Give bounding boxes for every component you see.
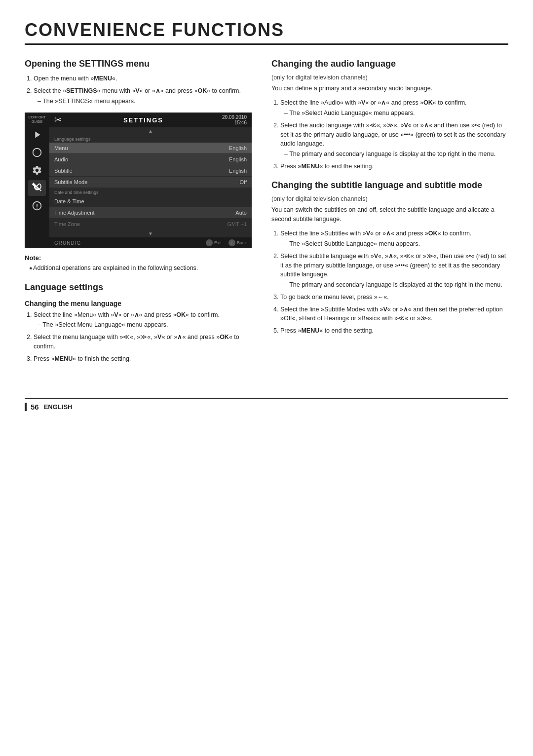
step-select-settings-note: – The »SETTINGS« menu appears. bbox=[34, 97, 252, 106]
tv-back-btn: ← Back bbox=[228, 239, 247, 246]
sidebar-label: COMFORTGUIDE bbox=[28, 115, 45, 124]
tv-row-menu: Menu English bbox=[49, 143, 252, 154]
subtitle-lang-note: (only for digital television channels) bbox=[271, 195, 508, 202]
tv-exit-btn: ⊙ Exit bbox=[206, 239, 222, 246]
section-language-settings-title: Language settings bbox=[25, 282, 252, 293]
subtitle-step-3: To go back one menu level, press »←«. bbox=[280, 293, 508, 302]
menu-language-steps: Select the line »Menu« with »V« or »∧« a… bbox=[25, 310, 252, 364]
subtitle-step-2: Select the subtitle language with »V«, »… bbox=[280, 252, 508, 290]
tv-row-subtitle-mode: Subtitle Mode Off bbox=[49, 177, 252, 188]
sidebar-icon-camera bbox=[28, 145, 46, 160]
tv-footer-buttons: ⊙ Exit ← Back bbox=[206, 239, 247, 246]
tv-section-datetime: Date and time settings bbox=[49, 188, 252, 196]
bottom-lang: English bbox=[44, 403, 73, 411]
tv-scroll-up: ▲ bbox=[49, 127, 252, 135]
audio-step-2-sub: – The primary and secondary language is … bbox=[280, 150, 508, 159]
audio-lang-intro: You can define a primary and a secondary… bbox=[271, 84, 508, 93]
sub-title-menu-language: Changing the menu language bbox=[25, 300, 252, 307]
subtitle-step-1-sub: – The »Select Subtitle Language« menu ap… bbox=[280, 239, 508, 249]
tv-scroll-down: ▼ bbox=[49, 230, 252, 237]
sidebar-icon-play bbox=[28, 127, 46, 143]
tv-section-language: Language settings bbox=[49, 135, 252, 143]
step-open-menu: Open the menu with »MENU«. bbox=[34, 74, 252, 83]
tv-footer: GRUNDIG ⊙ Exit ← Back bbox=[49, 237, 252, 248]
left-column: Opening the SETTINGS menu Open the menu … bbox=[25, 59, 252, 368]
tv-datetime: 20.09.2010 15:46 bbox=[222, 114, 247, 125]
subtitle-step-2-sub: – The primary and secondary language is … bbox=[280, 280, 508, 290]
opening-settings-steps: Open the menu with »MENU«. Select the »S… bbox=[25, 74, 252, 106]
page-title: CONVENIENCE FUNCTIONS bbox=[25, 20, 508, 45]
section-opening-settings-title: Opening the SETTINGS menu bbox=[25, 59, 252, 69]
bottom-bar: 56 English bbox=[25, 398, 508, 411]
subtitle-lang-intro: You can switch the subtitles on and off,… bbox=[271, 205, 508, 225]
tv-menu-title: SETTINGS bbox=[65, 116, 222, 124]
tv-row-audio: Audio English bbox=[49, 154, 252, 165]
audio-step-1: Select the line »Audio« with »V« or »∧« … bbox=[280, 98, 508, 118]
tv-content: ✂ SETTINGS 20.09.2010 15:46 ▲ Language s… bbox=[49, 113, 252, 248]
subtitle-step-1: Select the line »Subtitle« with »V« or »… bbox=[280, 229, 508, 249]
section-subtitle-language-title: Changing the subtitle language and subti… bbox=[271, 180, 508, 190]
subtitle-language-steps: Select the line »Subtitle« with »V« or »… bbox=[271, 229, 508, 336]
step-select-menu: Select the line »Menu« with »V« or »∧« a… bbox=[34, 310, 252, 330]
right-column: Changing the audio language (only for di… bbox=[271, 59, 508, 368]
audio-step-2: Select the audio language with »≪«, »≫«,… bbox=[280, 121, 508, 159]
step-press-menu-finish: Press »MENU« to finish the setting. bbox=[34, 354, 252, 364]
tv-row-date-time: Date & Time bbox=[49, 196, 252, 207]
note-label: Note: bbox=[25, 254, 252, 262]
subtitle-step-4: Select the line »Subtitle Mode« with »V«… bbox=[280, 305, 508, 324]
note-box: Note: Additional operations are explaine… bbox=[25, 254, 252, 273]
step-select-settings: Select the »SETTINGS« menu with »V« or »… bbox=[34, 86, 252, 106]
note-list: Additional operations are explained in t… bbox=[25, 264, 252, 273]
audio-language-steps: Select the line »Audio« with »V« or »∧« … bbox=[271, 98, 508, 171]
sidebar-icon-settings bbox=[28, 162, 46, 178]
tv-header: ✂ SETTINGS 20.09.2010 15:46 bbox=[49, 113, 252, 127]
note-item-1: Additional operations are explained in t… bbox=[30, 264, 252, 273]
tv-row-time-adj: Time Adjustment Auto bbox=[49, 207, 252, 219]
subtitle-step-5: Press »MENU« to end the setting. bbox=[280, 326, 508, 336]
grundig-logo: GRUNDIG bbox=[54, 240, 81, 246]
tv-row-subtitle: Subtitle English bbox=[49, 165, 252, 177]
sidebar-icon-face bbox=[28, 198, 46, 214]
tv-sidebar: COMFORTGUIDE bbox=[25, 113, 49, 248]
audio-step-3: Press »MENU« to end the setting. bbox=[280, 162, 508, 171]
step-select-menu-sub: – The »Select Menu Language« menu appear… bbox=[34, 320, 252, 330]
tv-row-timezone: Time Zone GMT +1 bbox=[49, 219, 252, 230]
section-audio-language-title: Changing the audio language bbox=[271, 59, 508, 69]
tv-menu-screenshot: COMFORTGUIDE ✂ bbox=[25, 113, 252, 248]
page-number: 56 bbox=[25, 403, 39, 411]
audio-lang-note: (only for digital television channels) bbox=[271, 74, 508, 81]
step-select-lang: Select the menu language with »≪«, »≫«, … bbox=[34, 333, 252, 351]
settings-scissors-icon: ✂ bbox=[54, 114, 62, 125]
sidebar-icon-wrench bbox=[28, 180, 46, 196]
audio-step-1-sub: – The »Select Audio Language« menu appea… bbox=[280, 109, 508, 118]
main-content: Opening the SETTINGS menu Open the menu … bbox=[25, 59, 508, 368]
